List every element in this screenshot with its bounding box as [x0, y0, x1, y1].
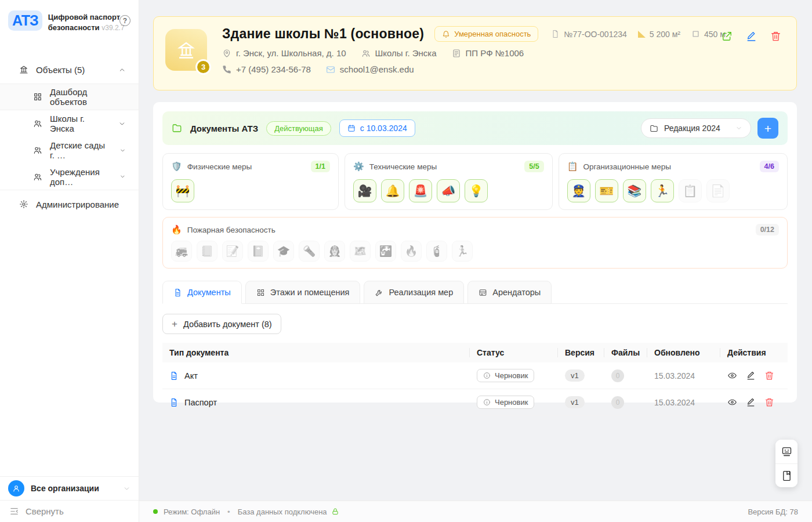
sidebar-item-label: Учреждения доп… — [50, 167, 112, 187]
fire-item-memo-icon[interactable]: 📝 — [222, 241, 243, 262]
document-version-cell: v1 — [558, 363, 604, 388]
help-icon[interactable]: ? — [119, 15, 130, 26]
card-title: Технические меры — [369, 162, 437, 171]
gear-icon — [19, 200, 28, 209]
area-triangle-icon — [638, 31, 646, 38]
measure-items: 🚧 — [171, 179, 330, 202]
sidebar-nav: Объекты (5) Дашборд объектов Школы г. Эн… — [0, 56, 139, 218]
sidebar-item-kindergartens[interactable]: Детские сады г. … — [0, 137, 139, 164]
measure-items: 🎥 🔔 🚨 📣 💡 — [353, 179, 544, 202]
measure-item-bell-icon[interactable]: 🔔 — [381, 179, 404, 202]
sidebar-bottom: Все организации Свернуть — [0, 476, 139, 522]
trash-icon[interactable] — [764, 371, 774, 380]
danger-level-badge: Умеренная опасность — [434, 26, 538, 42]
chevron-down-icon — [119, 173, 126, 180]
menu-fold-icon — [9, 506, 19, 516]
edit-object-button[interactable] — [746, 31, 757, 42]
fire-item-firefighter-icon[interactable]: 👩‍🚒 — [324, 241, 345, 262]
card-title: Физические меры — [187, 162, 252, 171]
sidebar-item-schools[interactable]: Школы г. Энска — [0, 110, 139, 137]
bookmark-book-icon — [781, 470, 793, 482]
technical-measures-card: ⚙️ Технические меры 5/5 🎥 🔔 🚨 📣 💡 — [345, 153, 553, 210]
measure-item-clipboard-icon[interactable]: 📋 — [679, 179, 702, 202]
user-avatar — [8, 480, 24, 496]
sidebar-item-dashboard[interactable]: Дашборд объектов — [0, 84, 139, 110]
fire-item-flashlight-icon[interactable]: 🔦 — [299, 241, 320, 262]
collapse-sidebar-button[interactable]: Свернуть — [0, 500, 139, 522]
info-circle-icon — [483, 398, 491, 406]
view-eye-icon[interactable] — [727, 371, 737, 380]
measure-item-barrier-icon[interactable]: 🚧 — [171, 179, 194, 202]
sidebar-item-label: Детские сады г. … — [50, 140, 112, 160]
organization-selector[interactable]: Все организации — [0, 476, 139, 500]
sidebar-item-objects[interactable]: Объекты (5) — [0, 56, 139, 84]
view-eye-icon[interactable] — [727, 397, 737, 407]
sidebar-item-label: Школы г. Энска — [50, 114, 111, 133]
measure-item-megaphone-icon[interactable]: 📣 — [437, 179, 460, 202]
delete-object-button[interactable] — [770, 31, 781, 42]
tab-documents[interactable]: Документы — [162, 281, 242, 304]
person-icon — [12, 484, 21, 493]
fire-item-flame-icon[interactable]: 🔥 — [401, 241, 422, 262]
add-edition-button[interactable]: + — [757, 118, 778, 139]
count-badge: 5/5 — [524, 161, 543, 172]
tab-tenants[interactable]: Арендаторы — [467, 281, 552, 304]
edition-select-value: Редакция 2024 — [664, 124, 720, 133]
tab-floors[interactable]: Этажи и помещения — [245, 281, 361, 304]
fire-icon: 🔥 — [171, 224, 182, 235]
measure-item-camera-icon[interactable]: 🎥 — [353, 179, 376, 202]
status-bar: Режим: Офлайн • База данных подключена В… — [139, 501, 812, 522]
documents-bar-controls: Редакция 2024 + — [641, 118, 778, 139]
handbook-button[interactable] — [775, 463, 798, 487]
card-header: 🛡️ Физические меры 1/1 — [171, 161, 330, 172]
trash-icon[interactable] — [764, 397, 774, 407]
fire-item-notebook-icon[interactable]: 📒 — [197, 241, 217, 262]
measure-item-document-icon[interactable]: 📄 — [706, 179, 730, 202]
edit-pencil-icon — [746, 31, 757, 42]
sidebar-item-extra-institutions[interactable]: Учреждения доп… — [0, 164, 139, 190]
document-type-cell: Паспорт — [162, 392, 470, 414]
edit-pencil-icon[interactable] — [746, 371, 756, 380]
measure-item-bulb-icon[interactable]: 💡 — [465, 179, 488, 202]
add-document-button[interactable]: + Добавить документ (8) — [162, 314, 281, 334]
effective-date-badge[interactable]: с 10.03.2024 — [339, 119, 415, 137]
file-icon — [551, 30, 560, 38]
edit-pencil-icon[interactable] — [746, 397, 756, 407]
documents-table: Тип документа Статус Версия Файлы Обновл… — [162, 343, 788, 416]
team-icon — [33, 146, 42, 155]
fire-safety-card: 🔥 Пожарная безопасность 0/12 🚒 📒 📝 📔 🎓 🔦… — [162, 217, 788, 269]
document-icon — [173, 288, 182, 297]
fire-item-map-icon[interactable]: 🗺️ — [350, 241, 371, 262]
open-external-button[interactable] — [722, 31, 733, 42]
fire-item-evacuation-icon[interactable]: 🏃 — [452, 241, 473, 262]
measure-item-guard-icon[interactable]: 👮 — [567, 179, 590, 202]
object-info: Здание школы №1 (основное) Умеренная опа… — [222, 26, 785, 81]
fire-item-journal-icon[interactable]: 📔 — [248, 241, 269, 262]
registration-number: №77-ОО-001234 — [551, 30, 626, 39]
document-actions-cell — [720, 364, 788, 387]
tab-implementation[interactable]: Реализация мер — [364, 281, 464, 304]
card-header: ⚙️ Технические меры 5/5 — [353, 161, 544, 172]
sidebar-item-administration[interactable]: Администрирование — [0, 190, 139, 218]
team-icon — [33, 172, 42, 182]
edition-select[interactable]: Редакция 2024 — [641, 118, 751, 138]
fire-item-extinguisher-icon[interactable]: 🧯 — [426, 241, 447, 262]
fire-item-hydrant-icon[interactable]: 🚰 — [375, 241, 396, 262]
card-header: 📋 Организационные меры 4/6 — [567, 161, 779, 172]
measure-item-books-icon[interactable]: 📚 — [623, 179, 646, 202]
measure-item-siren-icon[interactable]: 🚨 — [409, 179, 432, 202]
location-pin-icon — [222, 49, 231, 58]
object-title-row: Здание школы №1 (основное) Умеренная опа… — [222, 26, 785, 42]
measure-item-pass-icon[interactable]: 🎫 — [595, 179, 618, 202]
fire-item-training-icon[interactable]: 🎓 — [273, 241, 294, 262]
measure-item-drill-icon[interactable]: 🏃 — [651, 179, 674, 202]
col-version: Версия — [558, 343, 604, 362]
external-link-icon — [722, 31, 733, 42]
object-header-card: 3 Здание школы №1 (основное) Умеренная о… — [153, 16, 797, 90]
document-type-cell: Акт — [162, 365, 470, 387]
document-files-cell: 0 — [604, 390, 647, 415]
square-icon — [691, 30, 700, 38]
assistant-button[interactable] — [775, 440, 798, 463]
fire-item-truck-icon[interactable]: 🚒 — [171, 241, 192, 262]
card-title: Организационные меры — [583, 162, 671, 171]
